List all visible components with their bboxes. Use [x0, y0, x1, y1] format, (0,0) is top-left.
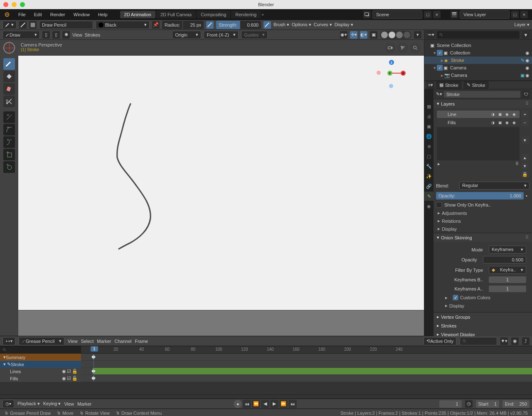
eye-icon[interactable]: ◉ [62, 369, 66, 374]
menu-help[interactable]: Help [94, 9, 112, 20]
outliner-type-icon[interactable]: ≔▾ [427, 31, 434, 39]
close-window-button[interactable] [3, 2, 8, 7]
active-only-toggle[interactable]: ⟲ Active Only [424, 337, 456, 345]
layer-fills[interactable]: Fills ◑ ▣ ◉ ◉ [437, 119, 520, 126]
layer-add-button[interactable]: + [521, 111, 529, 118]
selectmode-2-icon[interactable]: ▯ [52, 31, 60, 39]
scene-selector[interactable]: Scene [372, 10, 422, 19]
viewlayer-delete-button[interactable]: × [520, 11, 528, 18]
playback-menu[interactable]: Playback ▾ [17, 401, 40, 406]
mode-dropdown[interactable]: Draw ▾ [2, 31, 40, 39]
viewport-canvas[interactable]: Z Y X [18, 56, 424, 336]
tl-view-menu[interactable]: View [68, 339, 78, 344]
xray-icon[interactable]: ▣ [370, 31, 377, 39]
minimize-window-button[interactable] [12, 2, 17, 7]
gizmo-toggle-icon[interactable]: ✛▾ [350, 31, 357, 39]
track-fills[interactable]: Fills ◉☑🔓 [0, 375, 81, 382]
fill-tool[interactable] [3, 71, 15, 82]
layer-line[interactable]: Line ◑ ▣ ◉ ◉ [437, 111, 520, 118]
box-tool[interactable]: + [3, 149, 15, 160]
timeline-scrollbar[interactable] [0, 394, 532, 399]
channel-search[interactable] [0, 346, 81, 354]
keying-menu[interactable]: Keying ▾ [43, 401, 61, 406]
keyframe-prev-button[interactable]: ⏪ [252, 400, 260, 408]
tab-compositing[interactable]: Compositing [197, 11, 230, 18]
vtab-effects[interactable]: ✨ [424, 172, 433, 181]
lock-icon[interactable]: ◉ [511, 111, 517, 117]
guides-dropdown[interactable]: Guides▾ [241, 31, 268, 39]
keyframes-before-input[interactable]: 1 [489, 276, 526, 283]
tab-2d-full-canvas[interactable]: 2D Full Canvas [156, 11, 196, 18]
dopesheet-type-dropdown[interactable]: ▾ [2, 337, 15, 345]
erase-tool[interactable] [3, 83, 15, 95]
pan-view-icon[interactable] [397, 42, 408, 53]
selectmode-3-icon[interactable]: ✱ [62, 31, 70, 39]
outl-camera-data[interactable]: ▸ 📷 Camera ▣ ◉ [424, 71, 532, 79]
layer-down-button[interactable]: ▾ [521, 162, 529, 170]
vtab-output[interactable]: 🖨 [424, 112, 433, 121]
frame-start-input[interactable]: Start:1 [476, 400, 499, 408]
strength-slider[interactable]: Strength: 0.600 [216, 21, 261, 29]
lock-icon[interactable]: ◉ [511, 120, 517, 126]
outliner-search[interactable] [437, 31, 520, 39]
brush-menu[interactable]: Brush ▾ [273, 22, 289, 27]
layers-panel-title[interactable]: ▾Layers⠿ [433, 99, 532, 108]
hide-icon[interactable]: ◉ [504, 111, 510, 117]
lock-icon[interactable]: 🔓 [72, 369, 78, 374]
relations-subpanel[interactable]: ▸ Relations [433, 217, 532, 225]
vtab-data[interactable]: ✎ [424, 192, 433, 201]
current-frame-input[interactable]: 1 [439, 400, 462, 408]
overlay-toggle-icon[interactable]: ◐▾ [360, 31, 367, 39]
tl-marker-menu[interactable]: Marker [97, 339, 111, 344]
tl-channel-menu[interactable]: Channel [114, 339, 131, 344]
shading-rendered-icon[interactable] [404, 32, 410, 38]
add-workspace-button[interactable]: + [261, 12, 264, 17]
custom-colors-subpanel[interactable]: ▸ ✓ Custom Colors [437, 293, 529, 302]
viewlayer-browse-icon[interactable] [451, 11, 458, 18]
circle-tool[interactable]: + [3, 161, 15, 173]
frame-ruler[interactable]: 1 20 40 60 80 100 120 140 160 180 200 22… [81, 346, 532, 354]
jump-end-button[interactable]: ⏭ [288, 400, 297, 408]
preview-range-icon[interactable]: ◷ [465, 400, 473, 408]
tl-search[interactable] [460, 337, 497, 345]
dopesheet-mode[interactable]: Grease Pencil ▾ [19, 337, 64, 345]
viewlayer-selector[interactable]: View Layer [460, 10, 510, 19]
selectmode-1-icon[interactable]: ▯ [42, 31, 50, 39]
outl-camera-object[interactable]: ▾ ✓ ▣ Camera ◉ [424, 64, 532, 71]
layer-menu-button[interactable]: ▾ [521, 136, 529, 144]
orientation-dropdown[interactable]: Front (X-Z)▾ [204, 31, 239, 39]
tl-view-menu-2[interactable]: View [64, 401, 74, 406]
maximize-window-button[interactable] [20, 2, 25, 7]
adjustments-subpanel[interactable]: ▸ Adjustments [433, 209, 532, 217]
tl-marker-menu-2[interactable]: Marker [77, 401, 91, 406]
arc-tool[interactable]: + [3, 124, 15, 135]
tl-filter-icon[interactable]: ▼▾ [500, 337, 508, 345]
shading-wire-icon[interactable] [381, 32, 388, 38]
line-tool[interactable]: + [3, 111, 15, 123]
menu-edit[interactable]: Edit [30, 9, 46, 20]
onion-display-subpanel[interactable]: ▸ Display [437, 302, 529, 310]
origin-dropdown[interactable]: Origin▾ [172, 31, 201, 39]
eye-icon[interactable]: ◉ [525, 58, 530, 63]
props-editor-icon[interactable]: ≡▾ [427, 81, 434, 89]
autokey-button[interactable]: ● [234, 400, 242, 408]
outl-collection[interactable]: ▾ ✓ ▣ Collection ◉ [424, 49, 532, 57]
vtab-viewlayers[interactable]: ▣ [424, 122, 433, 131]
layer-dropdown[interactable]: Layer ▾ [514, 22, 530, 27]
cb-icon[interactable]: ☑ [67, 369, 71, 374]
vtab-render[interactable]: ▦ [424, 102, 433, 111]
outl-scene-collection[interactable]: ▣ Scene Collection [424, 42, 532, 49]
shading-lookdev-icon[interactable] [396, 32, 403, 38]
vtab-material[interactable]: ◉ [424, 202, 433, 211]
tl-frame-menu[interactable]: Frame [135, 339, 148, 344]
hide-icon[interactable]: ◉ [504, 120, 510, 126]
scene-delete-button[interactable]: × [433, 11, 441, 18]
brush-name[interactable]: Draw Pencil [39, 21, 93, 29]
shield-icon[interactable]: 🛡 [522, 91, 530, 98]
menu-window[interactable]: Window [69, 9, 94, 20]
eye-icon[interactable]: ◉ [525, 65, 530, 71]
viewport-overlays-icon[interactable]: ◉▾ [340, 31, 347, 39]
strokes-panel[interactable]: ▸ Strokes [433, 321, 532, 330]
eye-icon[interactable]: ◉ [62, 376, 66, 381]
menu-file[interactable]: File [14, 9, 30, 20]
